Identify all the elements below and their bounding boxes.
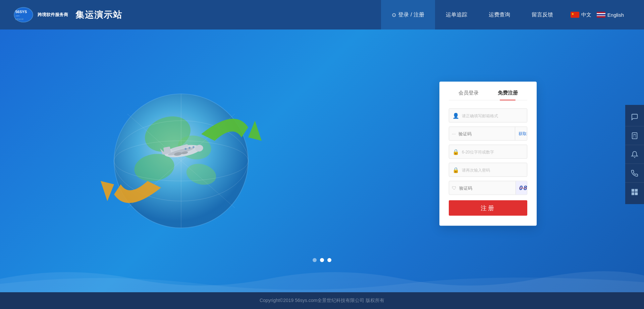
carousel-dots [313,258,331,262]
svg-text:.com: .com [15,15,19,17]
nav-area: ⊙ 登录 / 注册 运单追踪 运费查询 留言反馈 中文 English [381,0,631,29]
register-panel: 会员登录 免费注册 👤 ··· 获取验证码 🔒 🔒 🛡 08976 [439,82,537,226]
sidebar-right [625,105,644,204]
site-name: 集运演示站 [75,9,122,21]
lang-switcher: 中文 English [564,12,631,18]
svg-rect-42 [635,193,636,194]
nav-login-register[interactable]: ⊙ 登录 / 注册 [381,0,435,29]
wave-decoration [0,265,644,292]
sidebar-bell-icon[interactable] [625,145,644,164]
svg-text:56SYS: 56SYS [15,10,27,14]
confirm-password-input[interactable] [462,167,524,172]
globe-illustration [94,74,268,248]
password-input[interactable] [462,149,524,154]
email-field-container: 👤 [449,109,527,123]
lock2-icon: 🔒 [452,167,459,173]
confirm-password-field-container: 🔒 [449,163,527,177]
sidebar-chat-icon[interactable] [625,108,644,126]
copyright-text: Copyright©2019 56sys.com全景世纪科技有限公司 版权所有 [260,298,384,304]
footer: Copyright©2019 56sys.com全景世纪科技有限公司 版权所有 [0,292,644,309]
tab-login[interactable]: 会员登录 [449,90,488,100]
svg-rect-45 [637,193,638,194]
svg-rect-29 [632,132,637,138]
logo-icon: 56SYS .com 全景物流通 [13,6,34,23]
captcha-input[interactable] [459,185,516,190]
tabs: 会员登录 免费注册 [449,90,527,101]
svg-marker-15 [248,121,262,141]
email-input[interactable] [462,113,524,118]
svg-rect-23 [163,146,171,154]
svg-rect-43 [637,194,638,195]
nav-freight[interactable]: 运费查询 [478,0,521,29]
get-verify-code-button[interactable]: 获取验证码 [515,127,527,140]
logo-area: 56SYS .com 全景物流通 跨境软件服务商 集运演示站 [13,6,122,23]
globe-svg [94,74,268,248]
lang-chinese[interactable]: 中文 [571,12,591,18]
lock-icon: 🔒 [452,148,459,155]
user-icon: 👤 [452,112,459,119]
verify-code-input[interactable] [459,131,515,136]
flag-cn-icon [571,12,579,18]
svg-rect-39 [636,190,637,191]
svg-marker-16 [101,181,114,201]
carousel-dot-1[interactable] [313,258,317,262]
svg-rect-44 [635,194,636,195]
sidebar-calculator-icon[interactable] [625,126,644,145]
main-content: 会员登录 免费注册 👤 ··· 获取验证码 🔒 🔒 🛡 08976 [0,29,644,292]
header: 56SYS .com 全景物流通 跨境软件服务商 集运演示站 ⊙ 登录 / 注册… [0,0,644,29]
carousel-dot-2[interactable] [320,258,324,262]
svg-rect-40 [633,193,634,194]
sidebar-phone-icon[interactable] [625,164,644,183]
shield-icon: 🛡 [449,185,459,191]
dots-icon: ··· [449,131,459,136]
logo-brand: 跨境软件服务商 [38,12,68,18]
tab-register[interactable]: 免费注册 [488,90,527,100]
flag-th-icon [597,12,605,18]
logo-text: 跨境软件服务商 [38,12,68,18]
nav-tracking[interactable]: 运单追踪 [435,0,478,29]
carousel-dot-3[interactable] [327,258,331,262]
svg-text:全景物流通: 全景物流通 [15,18,23,20]
sidebar-qrcode-icon[interactable] [625,183,644,201]
captcha-row: 🛡 08976 [449,181,527,195]
password-field-container: 🔒 [449,145,527,159]
lang-english[interactable]: English [597,12,624,18]
captcha-image[interactable]: 08976 [516,181,527,195]
verify-code-row: ··· 获取验证码 [449,127,527,141]
register-button[interactable]: 注册 [449,200,527,216]
svg-rect-38 [633,190,634,191]
nav-feedback[interactable]: 留言反馈 [521,0,564,29]
